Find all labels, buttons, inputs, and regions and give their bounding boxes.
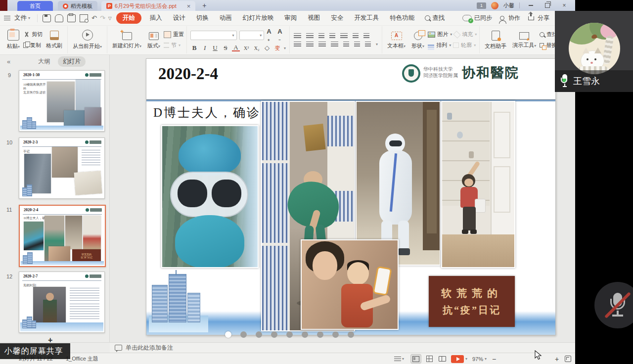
font-size-combo[interactable]: ▾	[239, 31, 265, 40]
shapes-button[interactable]: 形状▾	[409, 29, 427, 50]
slide-sorter-button[interactable]	[424, 353, 434, 364]
fill-button[interactable]: 填充▾	[453, 31, 477, 38]
menu-tab-security[interactable]: 安全	[326, 12, 348, 24]
play-from-current-button[interactable]: 从当前开始▾	[70, 29, 104, 51]
menu-tab-view[interactable]: 视图	[303, 12, 324, 24]
close-button[interactable]: ×	[558, 0, 570, 11]
strikethrough-button[interactable]: S	[222, 44, 229, 52]
print-icon[interactable]	[67, 14, 76, 22]
font-name-combo[interactable]: ▾	[190, 31, 236, 40]
menu-tab-slideshow[interactable]: 幻灯片放映	[238, 12, 278, 24]
quickbar-more-icon[interactable]: ▽	[108, 16, 112, 21]
picture-button[interactable]: 图片▾	[428, 31, 452, 38]
copy-button[interactable]: 复制	[23, 42, 43, 49]
arrange-button[interactable]: 排列▾	[428, 42, 452, 49]
buildings-graphic[interactable]	[149, 270, 208, 332]
slide-pagination-dots[interactable]	[225, 331, 354, 338]
user-name[interactable]: 小馨	[503, 2, 514, 9]
dot[interactable]	[348, 331, 354, 338]
file-menu[interactable]: 文件 ▾	[4, 14, 30, 22]
text-box-button[interactable]: A文本框▾	[385, 30, 408, 50]
collaborate-button[interactable]: 协作	[500, 14, 520, 22]
dot[interactable]	[286, 331, 293, 338]
text-effects-icon[interactable]: 变	[273, 45, 281, 52]
user-avatar[interactable]	[491, 2, 498, 9]
dot[interactable]	[271, 331, 277, 338]
indent-decrease-icon[interactable]	[318, 33, 324, 39]
dot[interactable]	[317, 331, 323, 338]
mute-toggle-button[interactable]	[594, 282, 633, 328]
notes-bar[interactable]: 单击此处添加备注	[110, 342, 575, 353]
zoom-level[interactable]: 97%▾	[472, 353, 487, 364]
section-button[interactable]: 节▾	[164, 42, 184, 49]
doc-assistant-button[interactable]: 文档助手	[482, 29, 509, 51]
underline-button[interactable]: U	[211, 44, 219, 52]
zoom-in-button[interactable]: +	[555, 353, 559, 364]
distribute-icon[interactable]	[343, 42, 349, 47]
undo-button[interactable]: ↶	[91, 14, 97, 22]
new-slide-button[interactable]: 新建幻灯片▾	[110, 30, 144, 50]
format-painter-button[interactable]: 格式刷	[44, 30, 65, 50]
photo-family-selfie[interactable]	[301, 239, 399, 330]
dot[interactable]	[332, 331, 339, 338]
cut-button[interactable]: 剪切	[23, 31, 43, 38]
subscript-button[interactable]: X₂	[253, 46, 261, 51]
paste-button[interactable]: 粘贴▾	[4, 29, 22, 51]
redo-button[interactable]: ↷	[100, 14, 105, 22]
save-icon[interactable]	[43, 14, 51, 22]
justify-icon[interactable]	[331, 42, 338, 47]
align-left-icon[interactable]	[294, 42, 301, 47]
align-center-icon[interactable]	[306, 42, 314, 47]
bold-button[interactable]: B	[190, 44, 198, 52]
find-menu[interactable]: 查找	[425, 14, 445, 22]
decrease-font-button[interactable]: A－	[277, 28, 286, 43]
outline-button[interactable]: 轮廓▾	[453, 42, 477, 49]
increase-font-button[interactable]: A＋	[267, 28, 275, 43]
reading-view-button[interactable]	[437, 353, 447, 364]
normal-view-button[interactable]	[410, 353, 421, 364]
align-right-icon[interactable]	[318, 42, 326, 47]
font-color-button[interactable]: A	[232, 45, 240, 51]
menu-tab-devtools[interactable]: 开发工具	[350, 12, 383, 24]
fit-slide-button[interactable]	[565, 353, 571, 364]
tab-document[interactable]: P 6月29号党组织生活会.ppt ×	[101, 1, 195, 11]
menu-tab-animation[interactable]: 动画	[215, 12, 236, 24]
share-toolbar-plus-icon[interactable]: +	[48, 336, 52, 345]
print-preview-icon[interactable]	[80, 14, 88, 22]
export-pdf-icon[interactable]	[55, 14, 63, 22]
italic-button[interactable]: I	[201, 44, 209, 52]
bullets-icon[interactable]	[294, 33, 301, 39]
meeting-video-panel[interactable]: 王雪永	[555, 11, 633, 92]
dot[interactable]	[256, 331, 262, 338]
tab-docer-templates[interactable]: 稻壳模板	[58, 1, 97, 11]
tab-close-icon[interactable]: ×	[187, 2, 191, 10]
autofit-icon[interactable]	[365, 42, 371, 47]
vertical-align-icon[interactable]	[354, 42, 360, 47]
minimize-button[interactable]	[525, 0, 537, 11]
indent-increase-icon[interactable]	[329, 33, 335, 39]
slideshow-button[interactable]: ▾	[451, 353, 467, 364]
tab-outline[interactable]: 大纲	[38, 57, 50, 66]
notes-placeholder[interactable]: 单击此处添加备注	[126, 344, 173, 352]
slide-thumbnail-9[interactable]: 2020-1-30 10楼隔离病房开科北京医疗队进驻	[19, 70, 105, 132]
sync-status[interactable]: 已同步	[462, 14, 492, 22]
reset-button[interactable]: 重置	[164, 31, 184, 38]
photo-ppe-selfie[interactable]	[161, 125, 259, 268]
numbering-icon[interactable]	[306, 33, 314, 39]
slide-thumbnail-12[interactable]: 2020-2-7 无眠时刻	[19, 272, 105, 333]
dot[interactable]	[240, 331, 247, 338]
tab-home[interactable]: 首页	[17, 1, 53, 11]
menu-tab-review[interactable]: 审阅	[280, 12, 301, 24]
diary-text-box[interactable]: 软荒荒的 抗“疫”日记	[429, 276, 515, 327]
columns-icon[interactable]	[363, 33, 369, 39]
menu-tab-design[interactable]: 设计	[169, 12, 190, 24]
slide-caption[interactable]: D博士夫人，确诊	[153, 104, 261, 121]
slide-title[interactable]: 2020-2-4	[158, 65, 218, 83]
restore-button[interactable]	[542, 0, 553, 11]
superscript-button[interactable]: X²	[242, 46, 250, 51]
presentation-tools-button[interactable]: 演示工具▾	[510, 30, 539, 50]
tab-count-badge[interactable]: 1	[477, 2, 486, 9]
slide-canvas[interactable]: 2020-2-4 华中科技大学 同济医学院附属 协和醫院 D博士夫人，确诊	[110, 55, 575, 342]
photo-child-room[interactable]	[441, 101, 515, 268]
text-direction-icon[interactable]	[353, 33, 359, 39]
